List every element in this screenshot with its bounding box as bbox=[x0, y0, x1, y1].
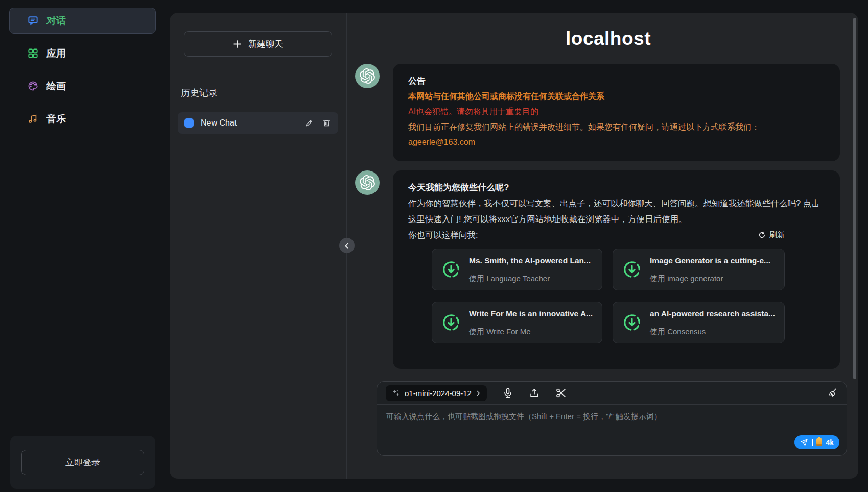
chat-square-icon bbox=[184, 118, 194, 128]
upload-file-button[interactable] bbox=[529, 387, 540, 399]
broom-icon bbox=[827, 387, 838, 399]
suggestion-title: Ms. Smith, the AI-powered Lan... bbox=[469, 253, 591, 268]
microphone-icon bbox=[502, 387, 513, 399]
battery-icon bbox=[816, 438, 822, 446]
model-selector[interactable]: o1-mini-2024-09-12 bbox=[386, 385, 487, 401]
refresh-suggestions-button[interactable]: 刷新 bbox=[758, 230, 785, 240]
music-note-icon bbox=[27, 113, 39, 125]
pencil-icon bbox=[305, 119, 313, 127]
scissors-icon bbox=[555, 387, 567, 399]
delete-chat-button[interactable] bbox=[321, 118, 332, 128]
token-count: 4k bbox=[826, 438, 834, 447]
login-button[interactable]: 立即登录 bbox=[21, 450, 144, 475]
main-panel: 新建聊天 历史记录 New Chat bbox=[170, 13, 858, 479]
sidebar-item-label: 应用 bbox=[46, 47, 66, 60]
sidebar: 对话 应用 bbox=[0, 0, 170, 492]
download-circle-icon bbox=[441, 260, 461, 279]
clear-context-button[interactable] bbox=[827, 387, 838, 399]
openai-logo-icon bbox=[355, 170, 380, 195]
model-name: o1-mini-2024-09-12 bbox=[405, 389, 472, 398]
refresh-icon bbox=[758, 231, 766, 239]
sidebar-item-drawing[interactable]: 绘画 bbox=[9, 73, 156, 99]
history-item-title: New Chat bbox=[201, 118, 297, 128]
sidebar-item-label: 绘画 bbox=[46, 80, 66, 93]
download-circle-icon bbox=[441, 313, 461, 332]
sidebar-item-music[interactable]: 音乐 bbox=[9, 106, 156, 132]
sidebar-item-label: 音乐 bbox=[46, 112, 66, 126]
sidebar-nav: 对话 应用 bbox=[0, 0, 170, 132]
divider bbox=[170, 72, 346, 72]
prompt-row: 你也可以这样问我: 刷新 bbox=[408, 227, 785, 242]
send-token-badge[interactable]: 4k bbox=[794, 435, 839, 449]
upload-icon bbox=[529, 387, 540, 399]
history-item-new-chat[interactable]: New Chat bbox=[178, 112, 338, 134]
palette-icon bbox=[27, 80, 39, 92]
contact-email[interactable]: ageerle@163.com bbox=[408, 135, 825, 150]
suggestion-subtitle: 使用 Consensus bbox=[650, 324, 775, 339]
voice-input-button[interactable] bbox=[502, 387, 513, 399]
chat-bubble-icon bbox=[27, 15, 39, 27]
download-circle-icon bbox=[622, 260, 642, 279]
grid-icon bbox=[27, 47, 39, 60]
composer-toolbar: o1-mini-2024-09-12 bbox=[377, 382, 847, 405]
suggestion-card[interactable]: Write For Me is an innovative A... 使用 Wr… bbox=[432, 302, 602, 343]
sidebar-item-label: 对话 bbox=[46, 14, 66, 28]
paper-plane-icon bbox=[800, 438, 808, 447]
assistant-message: 公告 本网站与任何其他公司或商标没有任何关联或合作关系 AI也会犯错。请勿将其用… bbox=[355, 64, 840, 161]
rename-chat-button[interactable] bbox=[304, 118, 314, 128]
assistant-message: 今天我能为您做些什么呢? 作为你的智慧伙伴，我不仅可以写文案、出点子，还可以和你… bbox=[355, 170, 840, 369]
announcement-heading: 公告 bbox=[408, 73, 825, 89]
sparkle-icon bbox=[392, 389, 400, 397]
welcome-bubble: 今天我能为您做些什么呢? 作为你的智慧伙伴，我不仅可以写文案、出点子，还可以和你… bbox=[393, 170, 840, 369]
welcome-heading: 今天我能为您做些什么呢? bbox=[408, 180, 825, 195]
history-section-title: 历史记录 bbox=[181, 87, 346, 99]
suggestion-subtitle: 使用 image generator bbox=[650, 271, 770, 286]
login-card: 立即登录 bbox=[10, 436, 155, 489]
trash-icon bbox=[322, 119, 331, 127]
suggestion-title: an AI-powered research assista... bbox=[650, 306, 775, 322]
announcement-line: AI也会犯错。请勿将其用于重要目的 bbox=[408, 104, 825, 119]
message-input[interactable] bbox=[377, 405, 847, 455]
suggestion-card[interactable]: an AI-powered research assista... 使用 Con… bbox=[613, 302, 785, 343]
suggestion-subtitle: 使用 Write For Me bbox=[469, 324, 593, 339]
download-circle-icon bbox=[622, 313, 642, 332]
app-window: 对话 应用 bbox=[0, 0, 868, 492]
plus-icon bbox=[233, 40, 242, 48]
sidebar-item-apps[interactable]: 应用 bbox=[9, 40, 156, 66]
openai-logo-icon bbox=[355, 64, 380, 88]
refresh-label: 刷新 bbox=[769, 230, 785, 240]
suggestion-card[interactable]: Ms. Smith, the AI-powered Lan... 使用 Lang… bbox=[432, 249, 602, 290]
chat-area: localhost 公告 本网站与任何其他公司或商标没有任何关联或合作关系 AI… bbox=[347, 13, 868, 479]
message-list: 公告 本网站与任何其他公司或商标没有任何关联或合作关系 AI也会犯错。请勿将其用… bbox=[347, 50, 868, 369]
suggestion-title: Image Generator is a cutting-e... bbox=[650, 253, 770, 268]
suggestion-card[interactable]: Image Generator is a cutting-e... 使用 ima… bbox=[613, 249, 785, 290]
badge-separator bbox=[812, 439, 813, 446]
welcome-body: 作为你的智慧伙伴，我不仅可以写文案、出点子，还可以和你聊天、回答问题。想知道我还… bbox=[408, 195, 825, 227]
prompt-line: 你也可以这样问我: bbox=[408, 227, 478, 242]
composer: o1-mini-2024-09-12 bbox=[377, 381, 847, 456]
sidebar-item-chat[interactable]: 对话 bbox=[9, 8, 156, 34]
announcement-line: 本网站与任何其他公司或商标没有任何关联或合作关系 bbox=[408, 89, 825, 104]
history-column: 新建聊天 历史记录 New Chat bbox=[170, 13, 347, 479]
chevron-left-icon bbox=[344, 242, 350, 249]
announcement-bubble: 公告 本网站与任何其他公司或商标没有任何关联或合作关系 AI也会犯错。请勿将其用… bbox=[393, 64, 840, 161]
screenshot-cut-button[interactable] bbox=[555, 387, 567, 399]
new-chat-button[interactable]: 新建聊天 bbox=[184, 31, 332, 57]
suggestion-grid: Ms. Smith, the AI-powered Lan... 使用 Lang… bbox=[432, 249, 785, 343]
suggestion-subtitle: 使用 Language Teacher bbox=[469, 271, 591, 286]
collapse-sidebar-button[interactable] bbox=[339, 238, 355, 253]
suggestion-title: Write For Me is an innovative A... bbox=[469, 306, 593, 322]
scrollbar[interactable] bbox=[853, 18, 856, 379]
new-chat-label: 新建聊天 bbox=[248, 38, 283, 50]
announcement-line: 我们目前正在修复我们网站上的错误并改进细节。如果您有任何疑问，请通过以下方式联系… bbox=[408, 119, 825, 135]
chevron-right-icon bbox=[476, 390, 481, 396]
page-title: localhost bbox=[347, 28, 868, 50]
